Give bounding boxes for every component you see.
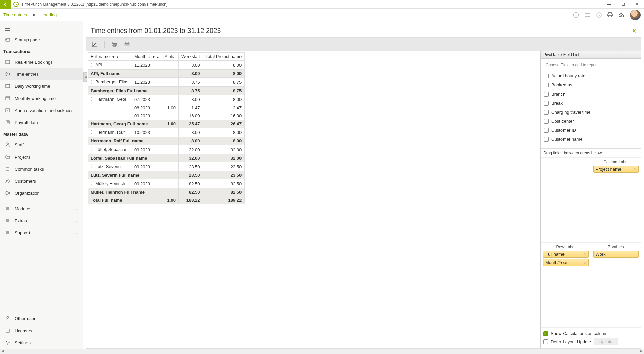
table-row[interactable]: 〉Lutz, Severin09.202323.5023.50	[88, 162, 245, 171]
table-row[interactable]: 〉Hartmann, Geor07.20238.008.00	[88, 95, 245, 104]
sidebar-item-settings[interactable]: Settings	[0, 337, 83, 349]
expand-icon[interactable]: 〉	[91, 96, 94, 102]
filter-sort-icon[interactable]: ▼ ▴	[152, 55, 159, 59]
area-column-labels[interactable]: Column Label Project name⨯	[591, 157, 641, 242]
show-calc-checkbox[interactable]: Show Calculations as column	[543, 330, 638, 337]
sidebar-item-staff[interactable]: Staff	[0, 139, 83, 151]
print-button[interactable]	[111, 41, 117, 47]
info-icon[interactable]	[572, 11, 580, 19]
table-row[interactable]: Hartmann, Georg Full name1.0025.4726.47	[88, 120, 245, 128]
rss-icon[interactable]	[617, 11, 626, 19]
history-icon[interactable]	[594, 11, 603, 19]
field-item[interactable]: Customer ID	[541, 126, 641, 135]
area-report-filter[interactable]	[541, 157, 591, 242]
area-row-labels[interactable]: Row Label Full name⨯ Month/Year⨯	[541, 242, 591, 328]
checkbox-off-icon[interactable]	[544, 74, 549, 78]
sidebar-item-support[interactable]: Support ⌄	[0, 227, 83, 239]
area-values[interactable]: Σ Values Work	[591, 242, 641, 328]
sidebar-item-other-user[interactable]: Other user	[0, 312, 83, 324]
back-button[interactable]	[0, 0, 11, 9]
field-item[interactable]: Charging travel time	[541, 108, 641, 117]
breadcrumb-time-entries[interactable]: Time entries	[3, 12, 27, 17]
expand-icon[interactable]: 〉	[91, 181, 94, 187]
sidebar-item-monthly[interactable]: Monthly working time	[0, 92, 83, 104]
col-alpha[interactable]: Alpha	[162, 53, 178, 61]
table-row[interactable]: Müller, Heinrich Full name82.5082.50	[88, 188, 245, 196]
minimize-button[interactable]: —	[602, 0, 616, 9]
sidebar-item-modules[interactable]: Modules ⌄	[0, 202, 83, 215]
sidebar-item-licenses[interactable]: Licenses	[0, 324, 83, 337]
sidebar-item-common-tasks[interactable]: Common tasks	[0, 163, 83, 175]
table-row[interactable]: 〉Müller, Heinrich09.202382.5082.50	[88, 179, 245, 188]
col-fullname[interactable]: Full name▼ ▴	[88, 53, 131, 61]
list-icon[interactable]	[583, 11, 592, 19]
checkbox-off-icon[interactable]	[544, 119, 549, 124]
close-panel-button[interactable]: ✕	[632, 27, 637, 35]
update-button[interactable]: Update	[594, 338, 618, 345]
export-excel-button[interactable]	[92, 41, 98, 47]
sidebar-collapse-handle[interactable]: ◀	[83, 72, 87, 82]
col-month[interactable]: Month...▼ ▴	[131, 53, 162, 61]
sidebar-item-payroll[interactable]: Payroll data	[0, 116, 83, 128]
expand-icon[interactable]: 〉	[91, 164, 94, 170]
field-item[interactable]: Actual hourly rate	[541, 71, 641, 80]
print-options-dropdown[interactable]: ⌄	[137, 42, 140, 46]
sidebar-item-vacation[interactable]: Annual vacation -and sickness	[0, 104, 83, 116]
field-item[interactable]: Break	[541, 99, 641, 108]
table-row[interactable]: 〉Bamberger, Elias11.20238.758.75	[88, 78, 245, 87]
sidebar-item-startup[interactable]: Startup page	[0, 34, 83, 46]
sidebar-item-organization[interactable]: Organization ⌄	[0, 187, 83, 199]
pivot-table-area[interactable]: Full name▼ ▴ Month...▼ ▴ Alpha Werkstatt…	[86, 51, 540, 348]
maximize-button[interactable]: ☐	[616, 0, 630, 9]
field-search-input[interactable]	[543, 61, 639, 69]
hamburger-button[interactable]	[0, 24, 83, 34]
col-total[interactable]: Total Project name	[203, 53, 245, 61]
chip-work[interactable]: Work	[593, 251, 639, 258]
sidebar-item-extras[interactable]: Extras ⌄	[0, 215, 83, 227]
checkbox-off-icon[interactable]	[544, 137, 549, 142]
checkbox-off-icon[interactable]	[544, 92, 549, 97]
expand-icon[interactable]: 〉	[91, 79, 94, 85]
sidebar-item-time-entries[interactable]: Time entries	[0, 68, 83, 80]
table-row[interactable]: Lutz, Severin Full name23.5023.50	[88, 171, 245, 179]
table-row[interactable]: 09.202316.0016.00	[88, 112, 245, 120]
table-row[interactable]: Herrmann, Ralf Full name8.008.00	[88, 137, 245, 145]
field-list-scroll[interactable]: Actual hourly rateBooked asBranchBreakCh…	[541, 71, 641, 149]
quick-print-button[interactable]	[124, 41, 130, 47]
checkbox-off-icon[interactable]	[544, 110, 549, 115]
field-item[interactable]: Customer name	[541, 135, 641, 144]
scroll-right-button[interactable]: ▶	[639, 349, 644, 354]
table-row[interactable]: Total Full name1.00188.22189.22	[88, 196, 245, 204]
defer-layout-checkbox[interactable]: Defer Layout Update Update	[543, 337, 638, 346]
sidebar-item-projects[interactable]: Projects	[0, 151, 83, 163]
close-window-button[interactable]: ✕	[630, 0, 644, 9]
expand-icon[interactable]: 〉	[91, 62, 94, 68]
table-row[interactable]: API, Full name8.008.00	[88, 70, 245, 78]
filter-sort-icon[interactable]: ▼ ▴	[112, 55, 119, 59]
sidebar-item-daily[interactable]: Daily working time	[0, 80, 83, 92]
sidebar-item-customers[interactable]: Customers	[0, 175, 83, 187]
chip-month-year[interactable]: Month/Year⨯	[543, 259, 589, 266]
checkbox-off-icon[interactable]	[544, 128, 549, 133]
checkbox-off-icon[interactable]	[544, 101, 549, 106]
scroll-left-button[interactable]: ◀	[0, 349, 5, 354]
remove-chip-icon[interactable]: ⨯	[584, 252, 586, 256]
breadcrumb-loading[interactable]: Loading ...	[41, 12, 62, 17]
col-werkstatt[interactable]: Werkstatt	[178, 53, 203, 61]
table-row[interactable]: 〉Löffel, Sebastian09.202332.0032.00	[88, 145, 245, 154]
sidebar-item-realtime[interactable]: Real-time Bookings	[0, 56, 83, 68]
field-item[interactable]: Booked as	[541, 80, 641, 90]
checkbox-off-icon[interactable]	[544, 83, 549, 87]
table-row[interactable]: Löffel, Sebastian Full name32.0032.00	[88, 154, 245, 162]
expand-icon[interactable]: 〉	[91, 146, 94, 153]
field-item[interactable]: Cost center	[541, 117, 641, 126]
expand-icon[interactable]: 〉	[91, 129, 94, 135]
chip-full-name[interactable]: Full name⨯	[543, 251, 589, 258]
table-row[interactable]: Bamberger, Elias Full name8.758.75	[88, 87, 245, 95]
chip-project-name[interactable]: Project name⨯	[593, 166, 639, 173]
user-avatar[interactable]	[630, 10, 641, 20]
field-item[interactable]: Branch	[541, 90, 641, 99]
print-icon[interactable]	[606, 11, 614, 19]
remove-chip-icon[interactable]: ⨯	[584, 261, 586, 264]
table-row[interactable]: 08.20231.001.472.47	[88, 104, 245, 112]
